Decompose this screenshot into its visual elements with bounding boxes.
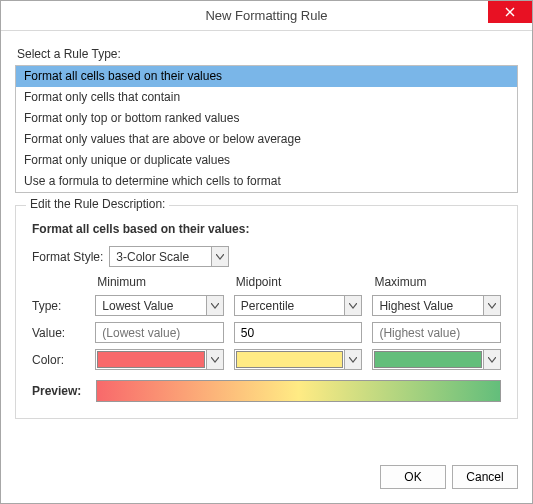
value-min-input — [95, 322, 224, 343]
chevron-down-icon — [206, 296, 223, 315]
rule-type-item[interactable]: Format only unique or duplicate values — [16, 150, 517, 171]
value-mid-input[interactable] — [234, 322, 363, 343]
rule-type-item[interactable]: Format only cells that contain — [16, 87, 517, 108]
rule-type-item[interactable]: Use a formula to determine which cells t… — [16, 171, 517, 192]
chevron-down-icon — [211, 247, 228, 266]
value-max-input — [372, 322, 501, 343]
format-style-value: 3-Color Scale — [110, 250, 211, 264]
format-style-select[interactable]: 3-Color Scale — [109, 246, 229, 267]
dialog-content: Select a Rule Type: Format all cells bas… — [1, 31, 532, 433]
close-button[interactable] — [488, 1, 532, 23]
column-header-minimum: Minimum — [95, 275, 224, 289]
rule-type-label: Select a Rule Type: — [17, 47, 518, 61]
rule-type-item[interactable]: Format only top or bottom ranked values — [16, 108, 517, 129]
chevron-down-icon — [483, 296, 500, 315]
color-row-label: Color: — [32, 353, 95, 367]
rule-type-list[interactable]: Format all cells based on their values F… — [15, 65, 518, 193]
color-max-swatch — [374, 351, 482, 368]
column-header-midpoint: Midpoint — [234, 275, 363, 289]
type-min-select[interactable]: Lowest Value — [95, 295, 224, 316]
ok-button[interactable]: OK — [380, 465, 446, 489]
fieldset-legend: Edit the Rule Description: — [26, 197, 169, 211]
cancel-button[interactable]: Cancel — [452, 465, 518, 489]
preview-label: Preview: — [32, 384, 96, 398]
type-mid-select[interactable]: Percentile — [234, 295, 363, 316]
type-max-select[interactable]: Highest Value — [372, 295, 501, 316]
description-title: Format all cells based on their values: — [32, 222, 501, 236]
value-row-label: Value: — [32, 326, 95, 340]
color-mid-swatch — [236, 351, 344, 368]
titlebar-text: New Formatting Rule — [205, 8, 327, 23]
chevron-down-icon — [483, 350, 500, 369]
type-min-value: Lowest Value — [96, 299, 206, 313]
type-max-value: Highest Value — [373, 299, 483, 313]
titlebar: New Formatting Rule — [1, 1, 532, 31]
dialog-window: New Formatting Rule Select a Rule Type: … — [0, 0, 533, 504]
type-row-label: Type: — [32, 299, 95, 313]
chevron-down-icon — [206, 350, 223, 369]
chevron-down-icon — [344, 350, 361, 369]
color-min-swatch — [97, 351, 205, 368]
color-max-picker[interactable] — [372, 349, 501, 370]
rule-type-item[interactable]: Format all cells based on their values — [16, 66, 517, 87]
color-mid-picker[interactable] — [234, 349, 363, 370]
close-icon — [505, 5, 515, 20]
format-style-label: Format Style: — [32, 250, 103, 264]
type-mid-value: Percentile — [235, 299, 345, 313]
rule-type-item[interactable]: Format only values that are above or bel… — [16, 129, 517, 150]
dialog-buttons: OK Cancel — [380, 465, 518, 489]
column-header-maximum: Maximum — [372, 275, 501, 289]
color-min-picker[interactable] — [95, 349, 224, 370]
rule-description-fieldset: Edit the Rule Description: Format all ce… — [15, 205, 518, 419]
preview-gradient — [96, 380, 501, 402]
chevron-down-icon — [344, 296, 361, 315]
